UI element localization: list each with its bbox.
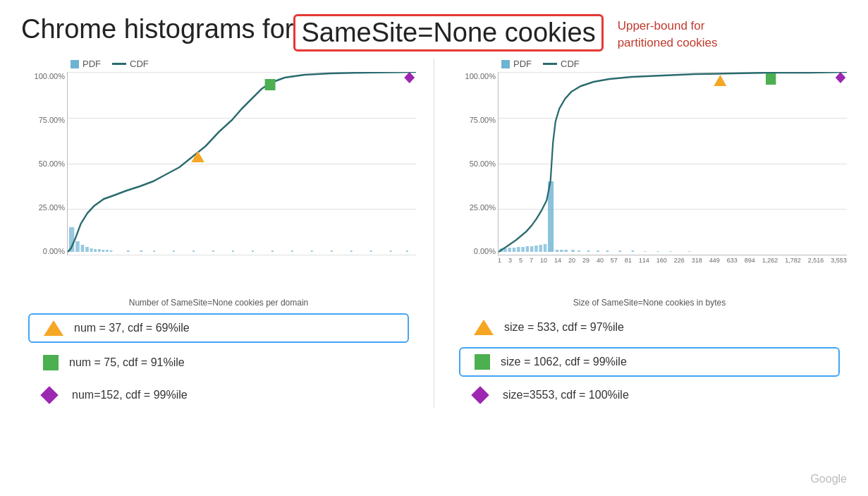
chart-divider <box>434 59 434 408</box>
title-row: Chrome histograms for SameSite=None cook… <box>21 14 847 52</box>
svg-rect-9 <box>110 250 113 252</box>
right-pdf-label: PDF <box>513 59 532 69</box>
svg-rect-53 <box>657 251 659 252</box>
svg-rect-42 <box>556 250 558 252</box>
svg-rect-28 <box>265 79 276 90</box>
right-chart-legend: PDF CDF <box>501 59 847 69</box>
svg-rect-7 <box>102 250 104 252</box>
svg-rect-35 <box>521 247 524 252</box>
right-marker-3: size=3553, cdf = 100%ile <box>459 382 840 408</box>
right-chart-svg <box>499 72 847 255</box>
svg-rect-24 <box>390 250 392 252</box>
svg-rect-46 <box>577 250 580 252</box>
svg-rect-44 <box>564 250 567 252</box>
right-marker-2-label: size = 1062, cdf = 99%ile <box>501 356 627 368</box>
right-x-axis: 1 3 5 7 10 14 20 29 40 57 81 114 160 226… <box>498 257 847 264</box>
pdf-icon <box>71 60 79 68</box>
svg-rect-37 <box>530 246 533 252</box>
right-legend-cdf: CDF <box>543 59 580 69</box>
svg-rect-2 <box>81 245 85 252</box>
right-marker-3-label: size=3553, cdf = 100%ile <box>503 389 629 401</box>
svg-rect-13 <box>173 250 175 252</box>
svg-rect-40 <box>544 244 546 252</box>
cdf-line-icon <box>112 63 126 65</box>
svg-rect-3 <box>85 247 89 252</box>
right-marker-2: size = 1062, cdf = 99%ile <box>459 347 840 377</box>
annotation-line2: partitioned cookies <box>618 35 718 52</box>
left-chart-container: 100.00% 75.00% 50.00% 25.00% 0.00% <box>28 72 416 277</box>
svg-rect-15 <box>212 250 214 252</box>
svg-rect-33 <box>513 248 515 252</box>
svg-rect-22 <box>350 250 353 252</box>
svg-rect-52 <box>644 251 647 252</box>
svg-rect-49 <box>606 250 609 252</box>
svg-rect-38 <box>534 246 537 252</box>
svg-rect-19 <box>291 250 293 252</box>
left-plot-area <box>67 72 416 255</box>
diamond-marker-icon <box>40 386 58 404</box>
svg-rect-47 <box>587 250 590 252</box>
svg-rect-4 <box>90 248 93 252</box>
svg-rect-50 <box>619 250 622 252</box>
svg-rect-18 <box>271 250 274 252</box>
svg-rect-55 <box>688 251 690 252</box>
right-square-marker-icon <box>475 354 490 370</box>
right-chart-subtitle: Size of SameSite=None cookies in bytes <box>452 298 847 308</box>
left-chart-legend: PDF CDF <box>71 59 416 69</box>
right-triangle-marker-icon <box>474 320 494 335</box>
svg-rect-39 <box>539 245 542 252</box>
left-legend-pdf: PDF <box>71 59 101 69</box>
cdf-line-icon-right <box>543 63 557 65</box>
svg-rect-45 <box>571 250 574 252</box>
charts-row: PDF CDF 100.00% 75.00% 50.00% 25.00% 0.0… <box>21 59 847 408</box>
page: Chrome histograms for SameSite=None cook… <box>0 0 868 496</box>
svg-marker-58 <box>836 72 845 83</box>
svg-marker-56 <box>714 75 726 86</box>
left-marker-3-label: num=152, cdf = 99%ile <box>72 389 188 401</box>
svg-rect-8 <box>106 250 109 252</box>
annotation: Upper-bound for partitioned cookies <box>618 18 718 52</box>
svg-rect-57 <box>766 73 776 85</box>
right-chart-section: PDF CDF 100.00% 75.00% 50.00% 25.00% 0.0… <box>452 59 847 408</box>
left-marker-2-label: num = 75, cdf = 91%ile <box>69 356 185 369</box>
right-marker-1: size = 533, cdf = 97%ile <box>459 313 840 341</box>
svg-rect-10 <box>127 250 130 252</box>
svg-rect-23 <box>370 250 372 252</box>
annotation-line1: Upper-bound for <box>618 18 718 35</box>
svg-rect-54 <box>670 251 672 252</box>
left-pdf-label: PDF <box>82 59 101 69</box>
svg-rect-34 <box>517 247 520 252</box>
right-marker-1-label: size = 533, cdf = 97%ile <box>504 321 624 334</box>
left-chart-svg <box>68 72 416 255</box>
left-info-boxes: num = 37, cdf = 69%ile num = 75, cdf = 9… <box>28 313 409 408</box>
square-marker-icon <box>43 355 59 370</box>
right-y-axis: 100.00% 75.00% 50.00% 25.00% 0.00% <box>459 72 496 255</box>
left-marker-1: num = 37, cdf = 69%ile <box>28 313 409 343</box>
left-cdf-label: CDF <box>130 59 149 69</box>
left-marker-2: num = 75, cdf = 91%ile <box>28 349 409 377</box>
svg-rect-14 <box>192 250 195 252</box>
right-legend-pdf: PDF <box>501 59 532 69</box>
left-y-axis: 100.00% 75.00% 50.00% 25.00% 0.00% <box>28 72 65 255</box>
triangle-marker-icon <box>44 320 63 336</box>
left-legend-cdf: CDF <box>112 59 149 69</box>
svg-rect-43 <box>560 250 563 252</box>
google-watermark: Google <box>810 473 847 485</box>
left-chart-section: PDF CDF 100.00% 75.00% 50.00% 25.00% 0.0… <box>21 59 416 408</box>
svg-rect-32 <box>508 248 511 252</box>
pdf-icon-right <box>501 60 510 68</box>
right-info-boxes: size = 533, cdf = 97%ile size = 1062, cd… <box>459 313 840 408</box>
right-plot-area <box>498 72 847 255</box>
right-chart-container: 100.00% 75.00% 50.00% 25.00% 0.00% <box>459 72 847 277</box>
title-highlight: SameSite=None cookies <box>293 14 603 52</box>
svg-rect-1 <box>75 241 80 252</box>
svg-rect-36 <box>526 246 529 252</box>
svg-rect-48 <box>597 250 599 252</box>
title-prefix: Chrome histograms for <box>21 14 293 44</box>
left-marker-3: num=152, cdf = 99%ile <box>28 382 409 408</box>
svg-marker-29 <box>404 72 415 83</box>
right-diamond-marker-icon <box>471 386 489 404</box>
left-marker-1-label: num = 37, cdf = 69%ile <box>74 322 190 334</box>
left-chart-subtitle: Number of SameSite=None cookies per doma… <box>21 298 416 308</box>
svg-rect-21 <box>331 250 333 252</box>
